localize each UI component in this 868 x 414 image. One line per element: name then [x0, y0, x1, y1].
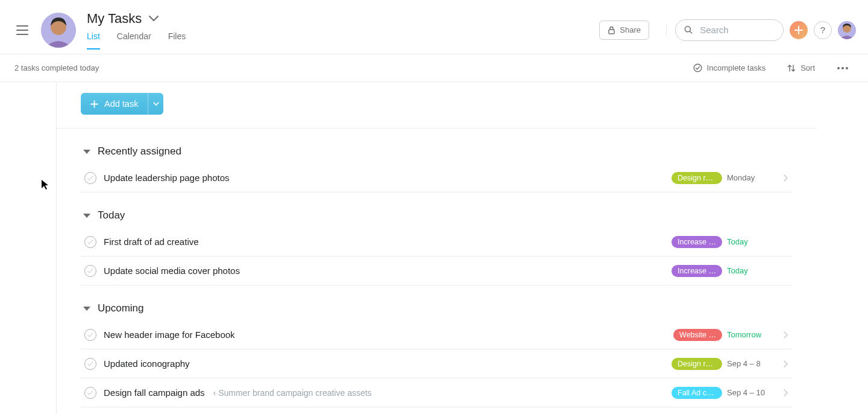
open-task-details[interactable] [784, 331, 788, 339]
plus-icon [90, 100, 98, 108]
share-button[interactable]: Share [599, 21, 649, 40]
task-title[interactable]: Update leadership page photos [104, 173, 230, 183]
view-tabs: List Calendar Files [87, 31, 186, 49]
title-dropdown[interactable] [149, 16, 159, 22]
project-tag[interactable]: Increase … [671, 236, 722, 248]
check-circle-icon [693, 63, 702, 72]
help-button[interactable]: ? [814, 21, 832, 39]
svg-point-11 [837, 67, 840, 69]
task-row[interactable]: Design fall campaign ads‹ Summer brand c… [81, 378, 792, 407]
caret-down-icon [83, 214, 90, 218]
tab-files[interactable]: Files [168, 31, 186, 49]
filter-incomplete[interactable]: Incomplete tasks [688, 61, 771, 75]
lock-icon [608, 26, 615, 34]
separator [666, 24, 667, 37]
task-title[interactable]: Design fall campaign ads [104, 387, 205, 398]
add-task-dropdown[interactable] [148, 93, 163, 115]
search-input[interactable] [699, 24, 775, 36]
add-task-label: Add task [104, 99, 138, 109]
open-task-details[interactable] [784, 174, 788, 182]
due-date[interactable]: Tomorrow [727, 330, 781, 339]
task-row[interactable]: Updated iconographyDesign re…Sep 4 – 8 [81, 349, 792, 378]
task-row[interactable]: Update social media cover photosIncrease… [81, 256, 792, 285]
ellipsis-icon [837, 66, 849, 70]
caret-down-icon [83, 307, 90, 311]
search-icon [684, 25, 693, 35]
project-tag[interactable]: Website … [673, 329, 722, 341]
user-avatar-small[interactable] [838, 21, 856, 39]
section-header[interactable]: Today [83, 209, 792, 221]
section-header[interactable]: Recently assigned [83, 145, 792, 158]
complete-task-toggle[interactable] [84, 265, 96, 277]
project-tag[interactable]: Design re… [671, 358, 722, 370]
sort-icon [787, 64, 796, 72]
task-row[interactable]: New header image for FacebookWebsite …To… [81, 320, 792, 349]
due-date[interactable]: Sep 4 – 8 [727, 359, 781, 368]
chevron-right-icon [784, 331, 788, 339]
chevron-right-icon [784, 389, 788, 396]
completion-status: 2 tasks completed today [14, 63, 99, 72]
share-label: Share [620, 25, 641, 34]
complete-task-toggle[interactable] [84, 172, 96, 184]
sort-label: Sort [800, 63, 815, 72]
svg-point-10 [694, 64, 702, 72]
question-icon: ? [820, 25, 825, 35]
left-gutter [0, 82, 57, 414]
due-date[interactable]: Today [727, 237, 781, 246]
chevron-down-icon [149, 16, 159, 22]
complete-task-toggle[interactable] [84, 387, 96, 399]
due-date[interactable]: Monday [727, 173, 781, 182]
project-tag[interactable]: Increase … [671, 265, 722, 277]
section-name: Upcoming [98, 302, 144, 314]
task-parent-link[interactable]: ‹ Summer brand campaign creative assets [213, 388, 372, 398]
caret-down-icon [83, 150, 90, 154]
svg-rect-0 [16, 25, 28, 27]
svg-rect-1 [16, 30, 28, 31]
complete-task-toggle[interactable] [84, 358, 96, 370]
global-add-button[interactable] [790, 21, 808, 39]
chevron-right-icon [784, 360, 788, 368]
chevron-down-icon [153, 102, 159, 106]
chevron-right-icon [784, 174, 788, 182]
due-date[interactable]: Sep 4 – 10 [727, 388, 781, 397]
section-header[interactable]: Upcoming [83, 302, 792, 314]
section-name: Today [98, 209, 125, 221]
task-title[interactable]: Update social media cover photos [104, 266, 240, 276]
filter-label: Incomplete tasks [707, 63, 766, 72]
cursor-indicator [41, 179, 49, 190]
task-title[interactable]: New header image for Facebook [104, 330, 235, 340]
add-task-button[interactable]: Add task [81, 93, 148, 115]
due-date[interactable]: Today [727, 266, 781, 275]
menu-toggle[interactable] [12, 20, 33, 40]
user-avatar-large[interactable] [41, 13, 76, 48]
section-name: Recently assigned [98, 145, 181, 158]
svg-point-12 [841, 67, 844, 69]
tab-calendar[interactable]: Calendar [117, 31, 151, 49]
open-task-details[interactable] [784, 389, 788, 396]
task-row[interactable]: Update leadership page photosDesign re…M… [81, 164, 792, 193]
task-title[interactable]: First draft of ad creative [104, 237, 199, 247]
task-title[interactable]: Updated iconography [104, 358, 190, 369]
page-title: My Tasks [87, 11, 142, 27]
sort-button[interactable]: Sort [782, 61, 820, 75]
complete-task-toggle[interactable] [84, 236, 96, 248]
tab-list[interactable]: List [87, 31, 100, 49]
search-box[interactable] [675, 19, 784, 41]
project-tag[interactable]: Fall Ad ca… [671, 387, 722, 399]
hamburger-icon [16, 25, 28, 35]
svg-rect-5 [609, 30, 614, 34]
open-task-details[interactable] [784, 360, 788, 368]
plus-icon [794, 26, 803, 34]
svg-line-7 [690, 31, 691, 33]
more-options[interactable] [832, 64, 854, 72]
svg-rect-2 [16, 34, 28, 35]
complete-task-toggle[interactable] [84, 329, 96, 341]
project-tag[interactable]: Design re… [671, 172, 722, 184]
svg-point-13 [846, 67, 848, 69]
task-row[interactable]: First draft of ad creativeIncrease …Toda… [81, 228, 792, 256]
